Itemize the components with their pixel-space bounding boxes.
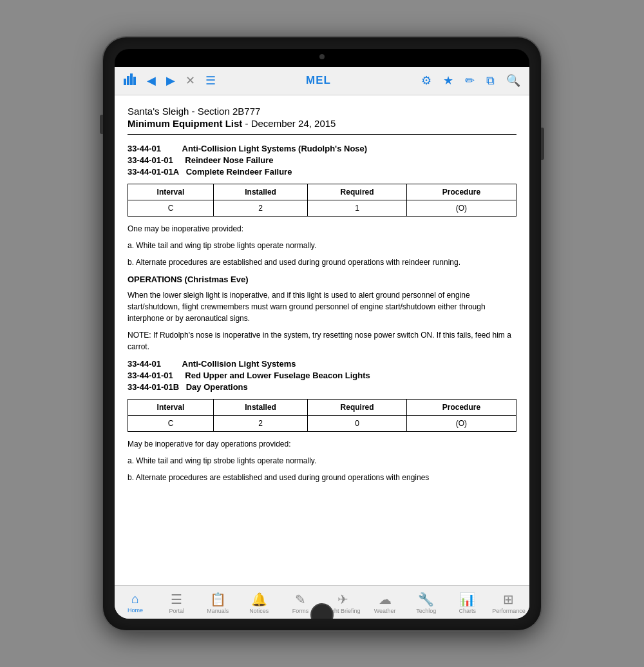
section2-code1: 33-44-01: [128, 359, 161, 369]
performance-icon: ⊞: [503, 592, 514, 607]
list-icon[interactable]: ☰: [203, 72, 218, 89]
table2-row1: C 2 0 (O): [128, 415, 516, 431]
back-icon[interactable]: ◀: [144, 72, 158, 89]
main-content: Santa's Sleigh - Section 2B777 Minimum E…: [115, 95, 529, 585]
tab-manuals[interactable]: 📋 Manuals: [201, 592, 234, 614]
svg-rect-1: [127, 76, 129, 85]
document-subtitle-bold: Minimum Equipment List: [128, 118, 242, 129]
col-interval-2: Interval: [128, 399, 214, 415]
col-required-1: Required: [308, 184, 407, 200]
tab-charts-label: Charts: [459, 608, 477, 614]
ops-body: When the lower sleigh light is inoperati…: [128, 289, 516, 324]
tab-notices[interactable]: 🔔 Notices: [242, 592, 276, 614]
section1-row1: 33-44-01 Anti-Collision Light Systems (R…: [128, 142, 516, 154]
section2-desc2: Red Upper and Lower Fuselage Beacon Ligh…: [185, 371, 370, 380]
techlog-icon: 🔧: [418, 592, 434, 607]
section1-code2: 33-44-01-01: [128, 155, 173, 165]
svg-rect-2: [130, 73, 133, 85]
t2-installed: 2: [213, 415, 307, 431]
portal-icon: ☰: [171, 592, 182, 607]
tab-portal-label: Portal: [169, 608, 184, 614]
tab-forms-label: Forms: [292, 608, 309, 614]
section2-body2: a. White tail and wing tip strobe lights…: [128, 455, 516, 467]
tab-performance[interactable]: ⊞ Performance: [492, 592, 526, 614]
copy-icon[interactable]: ⧉: [484, 73, 497, 89]
ops-heading: OPERATIONS (Christmas Eve): [128, 275, 516, 284]
document-subtitle: Minimum Equipment List - December 24, 20…: [128, 118, 516, 129]
t2-procedure: (O): [406, 415, 516, 431]
section2-body3: b. Alternate procedures are established …: [128, 472, 516, 483]
flight-briefing-icon: ✈: [337, 592, 348, 607]
document-subtitle-rest: - December 24, 2015: [242, 118, 336, 129]
section1-body1: One may be inoperative provided:: [128, 223, 516, 235]
section1-desc1: Anti-Collision Light Systems (Rudolph's …: [182, 144, 368, 153]
close-icon[interactable]: ✕: [183, 72, 198, 89]
section1-table: Interval Installed Required Procedure C …: [128, 184, 516, 217]
tab-weather[interactable]: ☁ Weather: [368, 592, 402, 614]
section2-row1: 33-44-01 Anti-Collision Light Systems: [128, 358, 516, 369]
section2-row2: 33-44-01-01 Red Upper and Lower Fuselage…: [128, 369, 516, 381]
forward-icon[interactable]: ▶: [164, 72, 178, 89]
charts-icon: 📊: [459, 592, 475, 607]
edit-icon[interactable]: ✏: [462, 72, 477, 89]
forms-icon: ✎: [295, 592, 306, 607]
nav-right-icons: ⚙ ★ ✏ ⧉ 🔍: [419, 72, 523, 89]
section2-desc1: Anti-Collision Light Systems: [182, 359, 296, 369]
camera: [319, 54, 325, 59]
section2-desc3: Day Operations: [186, 382, 248, 392]
section1-desc2: Reindeer Nose Failure: [185, 155, 273, 165]
screen: ◀ ▶ ✕ ☰ MEL ⚙ ★ ✏ ⧉ 🔍 Santa's Sleigh - S…: [115, 67, 529, 619]
section2-code3: 33-44-01-01B: [128, 382, 179, 392]
section2-header: 33-44-01 Anti-Collision Light Systems 33…: [128, 358, 516, 392]
section1-header: 33-44-01 Anti-Collision Light Systems (R…: [128, 142, 516, 177]
home-icon: ⌂: [131, 592, 139, 606]
settings-icon[interactable]: ⚙: [419, 72, 434, 89]
tab-home-label: Home: [128, 607, 143, 614]
t2-required: 0: [308, 415, 407, 431]
section1-code3: 33-44-01-01A: [128, 167, 179, 177]
section2-table: Interval Installed Required Procedure C …: [128, 399, 516, 432]
col-installed-1: Installed: [213, 184, 307, 200]
col-procedure-2: Procedure: [406, 399, 516, 415]
col-installed-2: Installed: [213, 399, 307, 415]
tab-home[interactable]: ⌂ Home: [118, 592, 152, 614]
notices-icon: 🔔: [251, 592, 267, 607]
t2-interval: C: [128, 415, 214, 431]
favorites-icon[interactable]: ★: [440, 72, 456, 89]
tab-notices-label: Notices: [249, 608, 269, 614]
tab-portal[interactable]: ☰ Portal: [160, 592, 193, 614]
t1-procedure: (O): [406, 200, 516, 216]
app-logo-icon[interactable]: [121, 72, 139, 90]
t1-installed: 2: [213, 200, 307, 216]
tab-techlog[interactable]: 🔧 Techlog: [410, 592, 443, 614]
t1-interval: C: [128, 200, 214, 216]
document-title: Santa's Sleigh - Section 2B777: [128, 106, 516, 117]
svg-rect-0: [124, 79, 126, 85]
section1-row2: 33-44-01-01 Reindeer Nose Failure: [128, 154, 516, 166]
tab-weather-label: Weather: [374, 608, 396, 614]
weather-icon: ☁: [379, 592, 392, 607]
tab-manuals-label: Manuals: [207, 608, 229, 614]
app-title: MEL: [223, 74, 413, 87]
tab-techlog-label: Techlog: [416, 608, 436, 614]
col-procedure-1: Procedure: [406, 184, 516, 200]
search-icon[interactable]: 🔍: [504, 72, 523, 89]
side-button-left: [100, 115, 103, 134]
section2-body1: May be inoperative for day operations pr…: [128, 438, 516, 450]
section2-code2: 33-44-01-01: [128, 371, 173, 380]
section1-code1: 33-44-01: [128, 144, 161, 153]
table1-row1: C 2 1 (O): [128, 200, 516, 216]
section1-desc3: Complete Reindeer Failure: [186, 167, 292, 177]
side-button-right: [541, 128, 544, 160]
col-interval-1: Interval: [128, 184, 214, 200]
col-required-2: Required: [308, 399, 407, 415]
section1-body2: a. White tail and wing tip strobe lights…: [128, 240, 516, 251]
svg-rect-3: [133, 77, 136, 85]
section1-row3: 33-44-01-01A Complete Reindeer Failure: [128, 166, 516, 177]
section2-row3: 33-44-01-01B Day Operations: [128, 381, 516, 392]
top-nav-bar: ◀ ▶ ✕ ☰ MEL ⚙ ★ ✏ ⧉ 🔍: [115, 67, 529, 95]
tab-charts[interactable]: 📊 Charts: [451, 592, 484, 614]
section-divider: [128, 134, 516, 135]
tablet-screen: ◀ ▶ ✕ ☰ MEL ⚙ ★ ✏ ⧉ 🔍 Santa's Sleigh - S…: [115, 49, 529, 619]
note-text: NOTE: If Rudolph's nose is inoperative i…: [128, 329, 516, 353]
